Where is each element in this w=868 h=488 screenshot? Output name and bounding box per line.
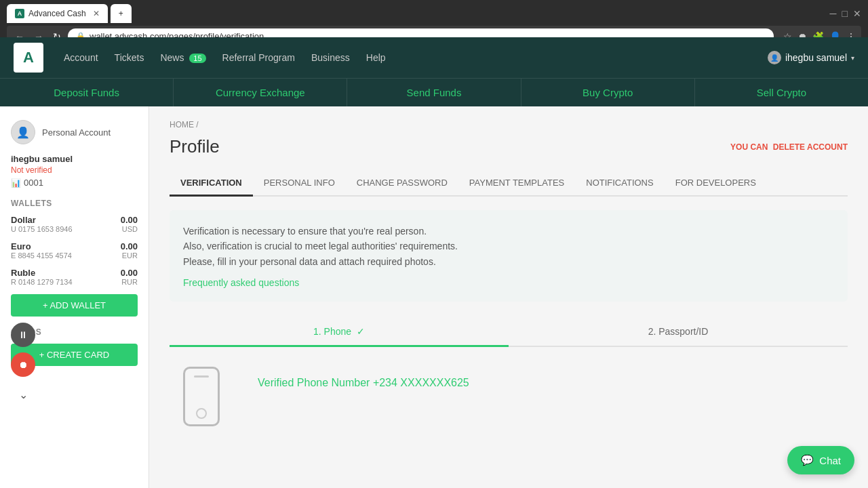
wallet-dollar: Dollar U 0175 1653 8946 0.00 USD <box>11 215 138 233</box>
info-line1: Verification is necessary to ensure that… <box>183 224 834 239</box>
sidebar-avatar: 👤 <box>11 120 35 144</box>
sidebar-verified-status[interactable]: Not verified <box>11 165 138 175</box>
step-phone-label: 1. Phone <box>313 326 351 337</box>
phone-illustration <box>170 370 237 424</box>
chart-icon: 📊 <box>11 178 21 188</box>
wallet-ruble-amount: 0.00 <box>121 268 138 278</box>
phone-section: Verified Phone Number +234 XXXXXXX625 <box>170 363 848 431</box>
wallet-euro: Euro E 8845 4155 4574 0.00 EUR <box>11 241 138 260</box>
add-wallet-button[interactable]: + ADD WALLET <box>11 294 138 317</box>
wallet-euro-name: Euro <box>11 241 72 251</box>
info-line3: Please, fill in your personal data and a… <box>183 254 834 269</box>
top-nav: A Account Tickets News 15 Referral Progr… <box>0 37 868 78</box>
action-deposit-funds[interactable]: Deposit Funds <box>0 79 174 106</box>
wallet-ruble-name: Ruble <box>11 268 73 278</box>
page-header: Profile YOU CAN DELETE ACCOUNT <box>170 136 848 157</box>
expand-button[interactable]: ⌄ <box>11 382 35 407</box>
nav-news[interactable]: News 15 <box>160 52 205 63</box>
sidebar-id: 📊 0001 <box>11 178 138 188</box>
tab-bar: A Advanced Cash ✕ + ─ □ ✕ <box>7 4 861 23</box>
wallet-euro-currency: EUR <box>121 251 138 260</box>
minimize-button[interactable]: ─ <box>830 8 837 19</box>
breadcrumb-separator: / <box>196 120 198 129</box>
sidebar: 👤 Personal Account ihegbu samuel Not ver… <box>0 106 149 488</box>
chat-label: Chat <box>819 455 841 466</box>
nav-help[interactable]: Help <box>366 52 386 63</box>
record-button[interactable]: ⏺ <box>11 352 35 377</box>
tab-verification[interactable]: VERIFICATION <box>170 171 253 197</box>
tab-title: Advanced Cash <box>28 9 86 18</box>
close-window-button[interactable]: ✕ <box>853 8 861 19</box>
wallets-section-title: Wallets <box>11 199 138 208</box>
sidebar-account-label: Personal Account <box>42 127 111 138</box>
step-phone[interactable]: 1. Phone ✓ <box>170 318 509 347</box>
tab-for-developers[interactable]: FOR DEVELOPERS <box>665 171 767 197</box>
wallet-dollar-amount: 0.00 <box>121 215 138 225</box>
wallet-ruble-address: R 0148 1279 7134 <box>11 278 73 286</box>
maximize-button[interactable]: □ <box>842 8 848 19</box>
pause-button[interactable]: ⏸ <box>11 323 35 347</box>
nav-links: Account Tickets News 15 Referral Program… <box>64 52 386 63</box>
tab-payment-templates[interactable]: PAYMENT TEMPLATES <box>458 171 575 197</box>
action-sell-crypto[interactable]: Sell Crypto <box>695 79 868 106</box>
tab-favicon: A <box>15 9 24 18</box>
delete-account-button[interactable]: DELETE ACCOUNT <box>773 142 848 152</box>
wallet-dollar-name: Dollar <box>11 215 73 225</box>
wallet-euro-amount: 0.00 <box>121 241 138 251</box>
active-tab[interactable]: A Advanced Cash ✕ <box>7 4 108 23</box>
nav-account[interactable]: Account <box>64 52 98 63</box>
app-wrapper: A Account Tickets News 15 Referral Progr… <box>0 37 868 488</box>
tab-change-password[interactable]: CHANGE PASSWORD <box>346 171 458 197</box>
wallet-dollar-currency: USD <box>121 225 138 233</box>
action-send-funds[interactable]: Send Funds <box>347 79 521 106</box>
action-currency-exchange[interactable]: Currency Exchange <box>174 79 347 106</box>
chat-button[interactable]: 💬 Chat <box>787 446 854 474</box>
wallet-dollar-address: U 0175 1653 8946 <box>11 225 73 233</box>
step-phone-check-icon: ✓ <box>357 326 365 337</box>
breadcrumb: HOME / <box>170 120 848 129</box>
phone-info: Verified Phone Number +234 XXXXXXX625 <box>258 370 848 389</box>
nav-referral[interactable]: Referral Program <box>222 52 295 63</box>
delete-account-section: YOU CAN DELETE ACCOUNT <box>730 142 848 152</box>
sidebar-username: ihegbu samuel <box>11 154 138 164</box>
sidebar-user: 👤 Personal Account <box>11 120 138 144</box>
info-line2: Also, verification is crucial to meet le… <box>183 239 834 253</box>
new-tab-button[interactable]: + <box>111 4 132 23</box>
wallet-ruble-currency: RUR <box>121 278 138 286</box>
user-name: ihegbu samuel <box>785 52 847 63</box>
faq-link[interactable]: Frequently asked questions <box>183 277 834 288</box>
close-tab-button[interactable]: ✕ <box>93 9 100 18</box>
nav-tickets[interactable]: Tickets <box>115 52 144 63</box>
delete-prefix: YOU CAN <box>730 142 768 152</box>
info-box: Verification is necessary to ensure that… <box>170 210 848 302</box>
profile-tabs: VERIFICATION PERSONAL INFO CHANGE PASSWO… <box>170 171 848 197</box>
news-badge: 15 <box>189 54 205 63</box>
logo-text: A <box>23 49 34 66</box>
step-passport[interactable]: 2. Passport/ID <box>509 318 848 347</box>
main-content: 👤 Personal Account ihegbu samuel Not ver… <box>0 106 868 488</box>
sidebar-id-number: 0001 <box>24 178 43 188</box>
wallet-euro-address: E 8845 4155 4574 <box>11 251 72 260</box>
breadcrumb-home[interactable]: HOME <box>170 120 194 129</box>
browser-chrome: A Advanced Cash ✕ + ─ □ ✕ ← → ↻ 🔒 wallet… <box>0 0 868 37</box>
page-title: Profile <box>170 136 220 157</box>
overlay-controls: ⏸ ⏺ ⌄ <box>11 323 35 407</box>
verification-steps: 1. Phone ✓ 2. Passport/ID <box>170 318 848 347</box>
action-buy-crypto[interactable]: Buy Crypto <box>521 79 695 106</box>
content-area: HOME / Profile YOU CAN DELETE ACCOUNT VE… <box>149 106 868 488</box>
user-avatar-icon: 👤 <box>768 51 781 64</box>
app-logo[interactable]: A <box>14 43 43 73</box>
verified-phone-number: Verified Phone Number +234 XXXXXXX625 <box>258 377 848 389</box>
tab-personal-info[interactable]: PERSONAL INFO <box>253 171 346 197</box>
tab-notifications[interactable]: NOTIFICATIONS <box>575 171 664 197</box>
user-section[interactable]: 👤 ihegbu samuel ▾ <box>768 51 854 64</box>
nav-business[interactable]: Business <box>311 52 350 63</box>
wallet-ruble: Ruble R 0148 1279 7134 0.00 RUR <box>11 268 138 286</box>
chat-icon: 💬 <box>801 454 814 466</box>
action-nav: Deposit Funds Currency Exchange Send Fun… <box>0 78 868 106</box>
user-chevron-down-icon: ▾ <box>851 54 854 62</box>
